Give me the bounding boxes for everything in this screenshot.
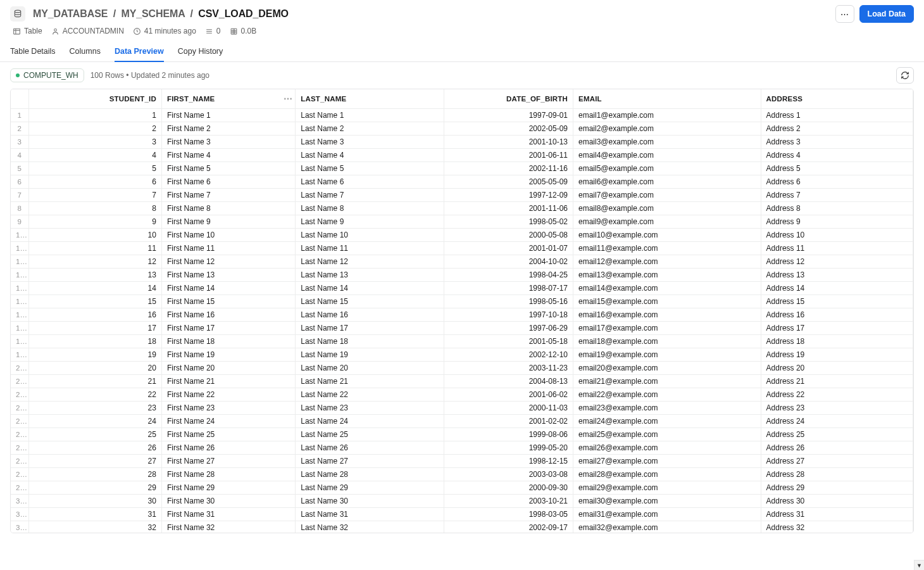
cell-last_name[interactable]: Last Name 17 xyxy=(296,321,444,334)
cell-email[interactable]: email29@example.com xyxy=(573,481,761,494)
cell-email[interactable]: email4@example.com xyxy=(573,148,761,162)
cell-email[interactable]: email24@example.com xyxy=(573,414,761,428)
cell-student_id[interactable]: 24 xyxy=(28,414,161,428)
cell-email[interactable]: email22@example.com xyxy=(573,388,761,401)
table-row[interactable]: 1616First Name 16Last Name 161997-10-18e… xyxy=(11,308,913,321)
cell-email[interactable]: email28@example.com xyxy=(573,467,761,481)
cell-dob[interactable]: 2002-05-09 xyxy=(444,122,573,135)
cell-dob[interactable]: 2001-11-06 xyxy=(444,201,573,215)
cell-first_name[interactable]: First Name 9 xyxy=(161,215,295,228)
cell-address[interactable]: Address 5 xyxy=(761,162,913,175)
cell-last_name[interactable]: Last Name 25 xyxy=(296,428,444,441)
table-scroll[interactable]: STUDENT_IDFIRST_NAME⋯LAST_NAMEDATE_OF_BI… xyxy=(11,89,913,533)
table-row[interactable]: 88First Name 8Last Name 82001-11-06email… xyxy=(11,201,913,215)
table-row[interactable]: 1010First Name 10Last Name 102000-05-08e… xyxy=(11,228,913,241)
cell-student_id[interactable]: 20 xyxy=(28,361,161,374)
cell-student_id[interactable]: 2 xyxy=(28,122,161,135)
table-row[interactable]: 55First Name 5Last Name 52002-11-16email… xyxy=(11,162,913,175)
cell-student_id[interactable]: 17 xyxy=(28,321,161,334)
cell-address[interactable]: Address 9 xyxy=(761,215,913,228)
cell-student_id[interactable]: 31 xyxy=(28,507,161,521)
cell-address[interactable]: Address 6 xyxy=(761,175,913,188)
cell-last_name[interactable]: Last Name 1 xyxy=(296,108,444,122)
cell-email[interactable]: email14@example.com xyxy=(573,281,761,294)
cell-email[interactable]: email26@example.com xyxy=(573,441,761,454)
table-row[interactable]: 33First Name 3Last Name 32001-10-13email… xyxy=(11,135,913,148)
table-row[interactable]: 1818First Name 18Last Name 182001-05-18e… xyxy=(11,334,913,348)
cell-address[interactable]: Address 1 xyxy=(761,108,913,122)
cell-student_id[interactable]: 29 xyxy=(28,481,161,494)
cell-dob[interactable]: 2000-11-03 xyxy=(444,401,573,414)
cell-first_name[interactable]: First Name 22 xyxy=(161,388,295,401)
cell-first_name[interactable]: First Name 11 xyxy=(161,241,295,255)
column-menu-icon[interactable]: ⋯ xyxy=(284,94,292,104)
cell-address[interactable]: Address 32 xyxy=(761,521,913,533)
cell-last_name[interactable]: Last Name 26 xyxy=(296,441,444,454)
cell-address[interactable]: Address 2 xyxy=(761,122,913,135)
cell-address[interactable]: Address 31 xyxy=(761,507,913,521)
column-header-email[interactable]: EMAIL xyxy=(573,89,761,108)
cell-email[interactable]: email17@example.com xyxy=(573,321,761,334)
cell-first_name[interactable]: First Name 2 xyxy=(161,122,295,135)
cell-dob[interactable]: 1998-03-05 xyxy=(444,507,573,521)
cell-address[interactable]: Address 22 xyxy=(761,388,913,401)
cell-student_id[interactable]: 28 xyxy=(28,467,161,481)
cell-address[interactable]: Address 24 xyxy=(761,414,913,428)
column-header-dob[interactable]: DATE_OF_BIRTH xyxy=(444,89,573,108)
cell-student_id[interactable]: 32 xyxy=(28,521,161,533)
table-row[interactable]: 22First Name 2Last Name 22002-05-09email… xyxy=(11,122,913,135)
cell-last_name[interactable]: Last Name 16 xyxy=(296,308,444,321)
cell-student_id[interactable]: 19 xyxy=(28,348,161,361)
cell-dob[interactable]: 2000-05-08 xyxy=(444,228,573,241)
cell-address[interactable]: Address 17 xyxy=(761,321,913,334)
cell-dob[interactable]: 1997-12-09 xyxy=(444,188,573,201)
cell-email[interactable]: email5@example.com xyxy=(573,162,761,175)
cell-dob[interactable]: 1999-05-20 xyxy=(444,441,573,454)
scroll-down-affordance[interactable]: ▼ xyxy=(914,560,924,570)
cell-address[interactable]: Address 14 xyxy=(761,281,913,294)
table-row[interactable]: 77First Name 7Last Name 71997-12-09email… xyxy=(11,188,913,201)
cell-dob[interactable]: 1998-12-15 xyxy=(444,454,573,467)
cell-first_name[interactable]: First Name 7 xyxy=(161,188,295,201)
cell-first_name[interactable]: First Name 28 xyxy=(161,467,295,481)
cell-dob[interactable]: 2003-10-21 xyxy=(444,494,573,507)
cell-dob[interactable]: 2001-10-13 xyxy=(444,135,573,148)
cell-address[interactable]: Address 18 xyxy=(761,334,913,348)
cell-student_id[interactable]: 23 xyxy=(28,401,161,414)
cell-last_name[interactable]: Last Name 28 xyxy=(296,467,444,481)
cell-dob[interactable]: 2002-09-17 xyxy=(444,521,573,533)
cell-last_name[interactable]: Last Name 24 xyxy=(296,414,444,428)
cell-email[interactable]: email16@example.com xyxy=(573,308,761,321)
cell-first_name[interactable]: First Name 30 xyxy=(161,494,295,507)
cell-address[interactable]: Address 26 xyxy=(761,441,913,454)
cell-dob[interactable]: 2004-10-02 xyxy=(444,255,573,268)
cell-student_id[interactable]: 13 xyxy=(28,268,161,281)
cell-email[interactable]: email8@example.com xyxy=(573,201,761,215)
table-row[interactable]: 2020First Name 20Last Name 202003-11-23e… xyxy=(11,361,913,374)
cell-last_name[interactable]: Last Name 11 xyxy=(296,241,444,255)
cell-dob[interactable]: 2001-06-11 xyxy=(444,148,573,162)
cell-address[interactable]: Address 30 xyxy=(761,494,913,507)
more-actions-button[interactable]: ⋯ xyxy=(835,5,854,23)
cell-first_name[interactable]: First Name 20 xyxy=(161,361,295,374)
cell-last_name[interactable]: Last Name 8 xyxy=(296,201,444,215)
cell-student_id[interactable]: 12 xyxy=(28,255,161,268)
cell-email[interactable]: email23@example.com xyxy=(573,401,761,414)
table-row[interactable]: 2525First Name 25Last Name 251999-08-06e… xyxy=(11,428,913,441)
cell-dob[interactable]: 1998-05-16 xyxy=(444,294,573,308)
cell-first_name[interactable]: First Name 23 xyxy=(161,401,295,414)
cell-student_id[interactable]: 10 xyxy=(28,228,161,241)
cell-email[interactable]: email11@example.com xyxy=(573,241,761,255)
table-row[interactable]: 1919First Name 19Last Name 192002-12-10e… xyxy=(11,348,913,361)
cell-first_name[interactable]: First Name 18 xyxy=(161,334,295,348)
cell-address[interactable]: Address 19 xyxy=(761,348,913,361)
cell-first_name[interactable]: First Name 27 xyxy=(161,454,295,467)
table-row[interactable]: 1717First Name 17Last Name 171997-06-29e… xyxy=(11,321,913,334)
cell-email[interactable]: email19@example.com xyxy=(573,348,761,361)
cell-address[interactable]: Address 16 xyxy=(761,308,913,321)
cell-dob[interactable]: 2001-01-07 xyxy=(444,241,573,255)
cell-student_id[interactable]: 8 xyxy=(28,201,161,215)
column-header-last_name[interactable]: LAST_NAME xyxy=(296,89,444,108)
cell-first_name[interactable]: First Name 13 xyxy=(161,268,295,281)
table-row[interactable]: 2323First Name 23Last Name 232000-11-03e… xyxy=(11,401,913,414)
